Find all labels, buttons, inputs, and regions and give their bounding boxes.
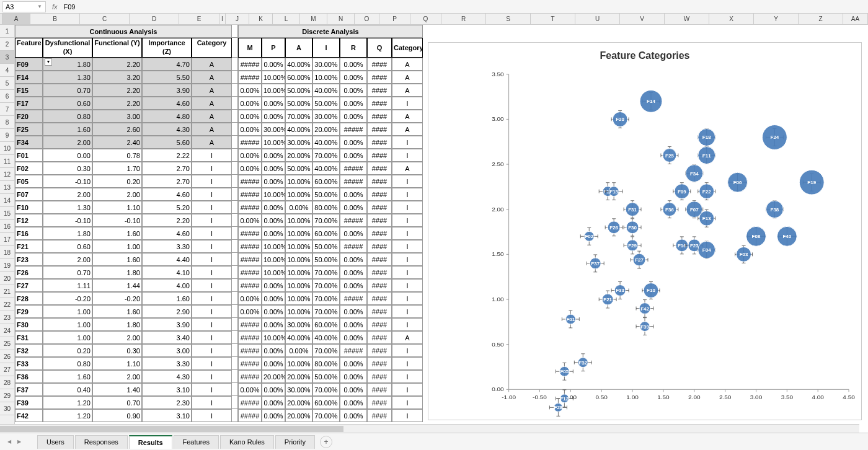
cell[interactable]: 10.00%: [285, 227, 312, 240]
sheet-tab-kano-rules[interactable]: Kano Rules: [220, 435, 274, 449]
col-header-Z[interactable]: Z: [799, 14, 843, 24]
cell[interactable]: ####: [367, 214, 392, 227]
row-header-12[interactable]: 12: [0, 168, 14, 181]
cell[interactable]: I: [392, 149, 423, 162]
cell[interactable]: I: [392, 240, 423, 253]
sheet-tab-priority[interactable]: Priority: [275, 435, 315, 449]
cell[interactable]: 0.00%: [262, 305, 285, 318]
cell[interactable]: A: [192, 71, 232, 84]
cell[interactable]: 1.60: [92, 305, 142, 318]
tab-nav-next-icon[interactable]: ▶: [15, 438, 24, 446]
cell[interactable]: F14: [15, 71, 43, 84]
cell[interactable]: 1.20: [43, 409, 92, 422]
col-header-R[interactable]: R: [441, 14, 486, 24]
cell[interactable]: A: [392, 331, 423, 344]
row-header-4[interactable]: 4: [0, 64, 14, 77]
row-header-30[interactable]: 30: [0, 402, 14, 415]
cell[interactable]: [232, 214, 238, 227]
cell[interactable]: #####: [238, 201, 262, 214]
cell[interactable]: F23: [15, 253, 43, 266]
cell[interactable]: 0.00%: [340, 279, 367, 292]
cell[interactable]: [232, 149, 238, 162]
cell[interactable]: A: [192, 110, 232, 123]
cell[interactable]: 0.00%: [238, 162, 262, 175]
cell[interactable]: 70.00%: [312, 279, 340, 292]
cell[interactable]: 0.00%: [340, 409, 367, 422]
cell[interactable]: 0.00%: [262, 279, 285, 292]
cell[interactable]: 0.00%: [340, 331, 367, 344]
cell[interactable]: 0.00%: [262, 58, 285, 71]
cell[interactable]: 50.00%: [285, 162, 312, 175]
cell[interactable]: 40.00%: [285, 58, 312, 71]
col-header-T[interactable]: T: [531, 14, 575, 24]
cell[interactable]: 1.00: [92, 240, 142, 253]
cell[interactable]: 70.00%: [312, 409, 340, 422]
row-header-13[interactable]: 13: [0, 181, 14, 194]
cell[interactable]: [232, 201, 238, 214]
cell[interactable]: I: [192, 266, 232, 279]
cell[interactable]: [232, 292, 238, 305]
col-header-X[interactable]: X: [709, 14, 754, 24]
cell[interactable]: 0.00%: [340, 383, 367, 396]
cell[interactable]: 10.00%: [262, 84, 285, 97]
cell[interactable]: ####: [367, 305, 392, 318]
cell[interactable]: F01: [15, 149, 43, 162]
cell[interactable]: Importance (Z): [142, 38, 192, 58]
cell[interactable]: 10.00%: [285, 266, 312, 279]
cell[interactable]: #####: [238, 357, 262, 370]
cell[interactable]: [232, 227, 238, 240]
cell[interactable]: 2.20: [92, 97, 142, 110]
cell[interactable]: [232, 162, 238, 175]
row-header-11[interactable]: 11: [0, 155, 14, 168]
cell[interactable]: 0.00%: [262, 175, 285, 188]
row-header-16[interactable]: 16: [0, 220, 14, 233]
cell[interactable]: 2.00: [43, 188, 92, 201]
cell[interactable]: 60.00%: [312, 227, 340, 240]
cell[interactable]: F37: [15, 383, 43, 396]
col-header-W[interactable]: W: [665, 14, 709, 24]
cell[interactable]: [232, 97, 238, 110]
cell[interactable]: ####: [367, 266, 392, 279]
cell[interactable]: ####: [367, 370, 392, 383]
cell[interactable]: 5.20: [142, 201, 192, 214]
cell[interactable]: F05: [15, 175, 43, 188]
cell[interactable]: 5.60: [142, 136, 192, 149]
cell[interactable]: A: [192, 136, 232, 149]
cell[interactable]: 10.00%: [285, 214, 312, 227]
cell[interactable]: 0.00%: [238, 110, 262, 123]
cell[interactable]: A: [392, 110, 423, 123]
cell[interactable]: 0.00%: [262, 383, 285, 396]
cell[interactable]: 1.10: [92, 201, 142, 214]
cell[interactable]: #####: [238, 58, 262, 71]
cell[interactable]: F32: [15, 344, 43, 357]
cell[interactable]: Category: [192, 38, 232, 58]
cell[interactable]: ####: [367, 344, 392, 357]
row-header-19[interactable]: 19: [0, 259, 14, 272]
row-header-6[interactable]: 6: [0, 90, 14, 103]
cell[interactable]: 10.00%: [285, 253, 312, 266]
tab-nav-prev-icon[interactable]: ◀: [5, 438, 14, 446]
cell[interactable]: A: [392, 58, 423, 71]
cell[interactable]: 20.00%: [285, 149, 312, 162]
row-header-5[interactable]: 5: [0, 77, 14, 90]
cell[interactable]: 60.00%: [285, 71, 312, 84]
cell[interactable]: 3.30: [142, 357, 192, 370]
cell[interactable]: F07: [15, 188, 43, 201]
cell[interactable]: I: [392, 97, 423, 110]
cell[interactable]: 0.00%: [285, 344, 312, 357]
cell[interactable]: 1.40: [92, 383, 142, 396]
cell[interactable]: 1.70: [92, 162, 142, 175]
col-header-P[interactable]: P: [379, 14, 410, 24]
cell[interactable]: 0.00%: [262, 214, 285, 227]
cell[interactable]: F20: [15, 110, 43, 123]
cell[interactable]: ####: [367, 279, 392, 292]
cell[interactable]: 20.00%: [285, 409, 312, 422]
cell[interactable]: 0.00%: [340, 318, 367, 331]
cell[interactable]: F15: [15, 84, 43, 97]
col-header-J[interactable]: J: [226, 14, 249, 24]
cell[interactable]: [232, 396, 238, 409]
cell[interactable]: I: [192, 318, 232, 331]
cell[interactable]: 70.00%: [312, 344, 340, 357]
sheet-tab-users[interactable]: Users: [37, 435, 74, 449]
cell[interactable]: 0.90: [92, 409, 142, 422]
